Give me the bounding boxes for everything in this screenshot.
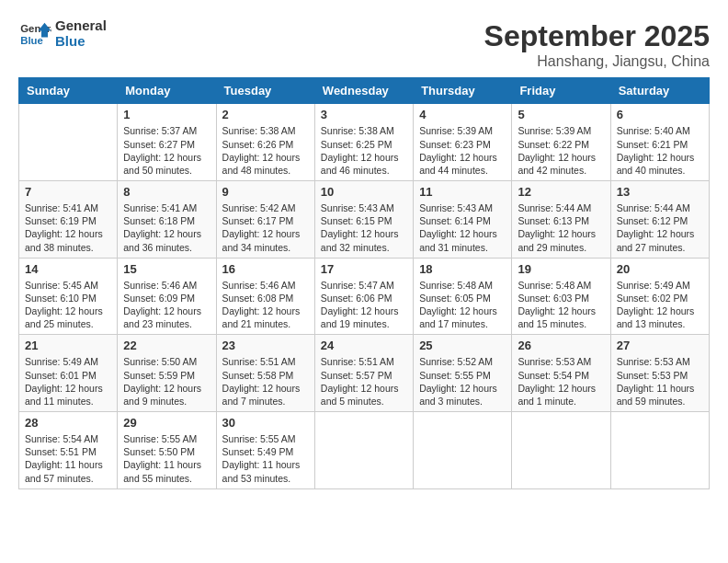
calendar-cell: 25Sunrise: 5:52 AM Sunset: 5:55 PM Dayli… bbox=[414, 335, 512, 412]
calendar-cell: 19Sunrise: 5:48 AM Sunset: 6:03 PM Dayli… bbox=[512, 258, 610, 335]
day-info: Sunrise: 5:44 AM Sunset: 6:12 PM Dayligh… bbox=[617, 201, 703, 254]
calendar-cell: 14Sunrise: 5:45 AM Sunset: 6:10 PM Dayli… bbox=[19, 258, 118, 335]
day-number: 26 bbox=[518, 339, 604, 352]
calendar-cell bbox=[610, 412, 709, 489]
day-number: 14 bbox=[25, 262, 111, 276]
calendar-header-row: SundayMondayTuesdayWednesdayThursdayFrid… bbox=[19, 78, 710, 104]
calendar-cell: 8Sunrise: 5:41 AM Sunset: 6:18 PM Daylig… bbox=[118, 181, 216, 259]
day-info: Sunrise: 5:49 AM Sunset: 6:02 PM Dayligh… bbox=[617, 279, 703, 331]
calendar-cell: 6Sunrise: 5:40 AM Sunset: 6:21 PM Daylig… bbox=[610, 104, 709, 181]
day-number: 13 bbox=[617, 185, 703, 199]
day-info: Sunrise: 5:48 AM Sunset: 6:05 PM Dayligh… bbox=[419, 279, 506, 331]
day-number: 9 bbox=[222, 185, 309, 199]
day-number: 7 bbox=[25, 185, 111, 199]
day-info: Sunrise: 5:54 AM Sunset: 5:51 PM Dayligh… bbox=[25, 432, 111, 485]
logo-line2: Blue bbox=[55, 34, 107, 50]
day-info: Sunrise: 5:50 AM Sunset: 5:59 PM Dayligh… bbox=[123, 355, 210, 408]
logo-line1: General bbox=[55, 18, 107, 34]
day-number: 16 bbox=[222, 262, 309, 276]
calendar-cell: 23Sunrise: 5:51 AM Sunset: 5:58 PM Dayli… bbox=[216, 335, 314, 412]
calendar-cell: 26Sunrise: 5:53 AM Sunset: 5:54 PM Dayli… bbox=[512, 335, 610, 412]
calendar-cell: 10Sunrise: 5:43 AM Sunset: 6:15 PM Dayli… bbox=[314, 181, 413, 259]
day-number: 21 bbox=[25, 339, 111, 352]
day-number: 6 bbox=[617, 108, 703, 121]
day-number: 11 bbox=[419, 185, 506, 199]
calendar-week-2: 7Sunrise: 5:41 AM Sunset: 6:19 PM Daylig… bbox=[19, 181, 710, 259]
day-info: Sunrise: 5:41 AM Sunset: 6:19 PM Dayligh… bbox=[25, 201, 111, 254]
day-info: Sunrise: 5:41 AM Sunset: 6:18 PM Dayligh… bbox=[123, 201, 210, 254]
calendar: SundayMondayTuesdayWednesdayThursdayFrid… bbox=[18, 77, 710, 488]
day-info: Sunrise: 5:40 AM Sunset: 6:21 PM Dayligh… bbox=[617, 124, 703, 177]
day-number: 18 bbox=[419, 262, 506, 276]
day-number: 8 bbox=[123, 185, 210, 199]
day-number: 2 bbox=[222, 108, 309, 121]
day-number: 3 bbox=[321, 108, 407, 121]
calendar-cell: 1Sunrise: 5:37 AM Sunset: 6:27 PM Daylig… bbox=[118, 104, 216, 181]
calendar-cell: 4Sunrise: 5:39 AM Sunset: 6:23 PM Daylig… bbox=[414, 104, 512, 181]
day-number: 12 bbox=[518, 185, 604, 199]
calendar-cell: 30Sunrise: 5:55 AM Sunset: 5:49 PM Dayli… bbox=[216, 412, 314, 489]
calendar-cell: 5Sunrise: 5:39 AM Sunset: 6:22 PM Daylig… bbox=[512, 104, 610, 181]
day-info: Sunrise: 5:51 AM Sunset: 5:57 PM Dayligh… bbox=[321, 355, 407, 408]
day-info: Sunrise: 5:55 AM Sunset: 5:49 PM Dayligh… bbox=[222, 432, 309, 485]
day-info: Sunrise: 5:43 AM Sunset: 6:15 PM Dayligh… bbox=[321, 201, 407, 254]
calendar-cell: 20Sunrise: 5:49 AM Sunset: 6:02 PM Dayli… bbox=[610, 258, 709, 335]
day-number: 30 bbox=[222, 416, 309, 430]
calendar-cell: 29Sunrise: 5:55 AM Sunset: 5:50 PM Dayli… bbox=[118, 412, 216, 489]
calendar-cell bbox=[314, 412, 413, 489]
calendar-cell: 2Sunrise: 5:38 AM Sunset: 6:26 PM Daylig… bbox=[216, 104, 314, 181]
day-number: 1 bbox=[123, 108, 210, 121]
calendar-cell: 17Sunrise: 5:47 AM Sunset: 6:06 PM Dayli… bbox=[314, 258, 413, 335]
calendar-week-3: 14Sunrise: 5:45 AM Sunset: 6:10 PM Dayli… bbox=[19, 258, 710, 335]
calendar-cell: 11Sunrise: 5:43 AM Sunset: 6:14 PM Dayli… bbox=[414, 181, 512, 259]
day-info: Sunrise: 5:47 AM Sunset: 6:06 PM Dayligh… bbox=[321, 279, 407, 331]
calendar-cell bbox=[19, 104, 118, 181]
weekday-header-tuesday: Tuesday bbox=[216, 78, 314, 104]
weekday-header-thursday: Thursday bbox=[414, 78, 512, 104]
day-info: Sunrise: 5:52 AM Sunset: 5:55 PM Dayligh… bbox=[419, 355, 506, 408]
day-info: Sunrise: 5:49 AM Sunset: 6:01 PM Dayligh… bbox=[25, 355, 111, 408]
calendar-cell: 16Sunrise: 5:46 AM Sunset: 6:08 PM Dayli… bbox=[216, 258, 314, 335]
svg-text:Blue: Blue bbox=[20, 34, 43, 45]
day-info: Sunrise: 5:37 AM Sunset: 6:27 PM Dayligh… bbox=[123, 124, 210, 177]
day-info: Sunrise: 5:55 AM Sunset: 5:50 PM Dayligh… bbox=[123, 432, 210, 485]
calendar-cell: 21Sunrise: 5:49 AM Sunset: 6:01 PM Dayli… bbox=[19, 335, 118, 412]
day-info: Sunrise: 5:38 AM Sunset: 6:26 PM Dayligh… bbox=[222, 124, 309, 177]
day-info: Sunrise: 5:53 AM Sunset: 5:54 PM Dayligh… bbox=[518, 355, 604, 408]
day-info: Sunrise: 5:51 AM Sunset: 5:58 PM Dayligh… bbox=[222, 355, 309, 408]
day-number: 24 bbox=[321, 339, 407, 352]
calendar-cell: 13Sunrise: 5:44 AM Sunset: 6:12 PM Dayli… bbox=[610, 181, 709, 259]
day-number: 19 bbox=[518, 262, 604, 276]
day-info: Sunrise: 5:43 AM Sunset: 6:14 PM Dayligh… bbox=[419, 201, 506, 254]
day-info: Sunrise: 5:46 AM Sunset: 6:09 PM Dayligh… bbox=[123, 279, 210, 331]
subtitle: Hanshang, Jiangsu, China bbox=[484, 53, 710, 70]
day-number: 17 bbox=[321, 262, 407, 276]
calendar-cell: 9Sunrise: 5:42 AM Sunset: 6:17 PM Daylig… bbox=[216, 181, 314, 259]
calendar-cell bbox=[512, 412, 610, 489]
calendar-week-1: 1Sunrise: 5:37 AM Sunset: 6:27 PM Daylig… bbox=[19, 104, 710, 181]
day-info: Sunrise: 5:48 AM Sunset: 6:03 PM Dayligh… bbox=[518, 279, 604, 331]
main-title: September 2025 bbox=[484, 18, 710, 53]
calendar-week-5: 28Sunrise: 5:54 AM Sunset: 5:51 PM Dayli… bbox=[19, 412, 710, 489]
weekday-header-wednesday: Wednesday bbox=[314, 78, 413, 104]
calendar-cell: 7Sunrise: 5:41 AM Sunset: 6:19 PM Daylig… bbox=[19, 181, 118, 259]
day-info: Sunrise: 5:53 AM Sunset: 5:53 PM Dayligh… bbox=[617, 355, 703, 408]
day-number: 4 bbox=[419, 108, 506, 121]
day-info: Sunrise: 5:45 AM Sunset: 6:10 PM Dayligh… bbox=[25, 279, 111, 331]
day-number: 15 bbox=[123, 262, 210, 276]
day-number: 5 bbox=[518, 108, 604, 121]
weekday-header-friday: Friday bbox=[512, 78, 610, 104]
day-info: Sunrise: 5:44 AM Sunset: 6:13 PM Dayligh… bbox=[518, 201, 604, 254]
calendar-cell: 24Sunrise: 5:51 AM Sunset: 5:57 PM Dayli… bbox=[314, 335, 413, 412]
day-number: 25 bbox=[419, 339, 506, 352]
calendar-cell: 3Sunrise: 5:38 AM Sunset: 6:25 PM Daylig… bbox=[314, 104, 413, 181]
calendar-cell: 15Sunrise: 5:46 AM Sunset: 6:09 PM Dayli… bbox=[118, 258, 216, 335]
day-number: 10 bbox=[321, 185, 407, 199]
calendar-cell bbox=[414, 412, 512, 489]
logo: General Blue General Blue bbox=[18, 18, 107, 49]
weekday-header-monday: Monday bbox=[118, 78, 216, 104]
day-info: Sunrise: 5:38 AM Sunset: 6:25 PM Dayligh… bbox=[321, 124, 407, 177]
day-number: 28 bbox=[25, 416, 111, 430]
page-header: General Blue General Blue September 2025… bbox=[18, 18, 710, 70]
title-block: September 2025 Hanshang, Jiangsu, China bbox=[484, 18, 710, 70]
